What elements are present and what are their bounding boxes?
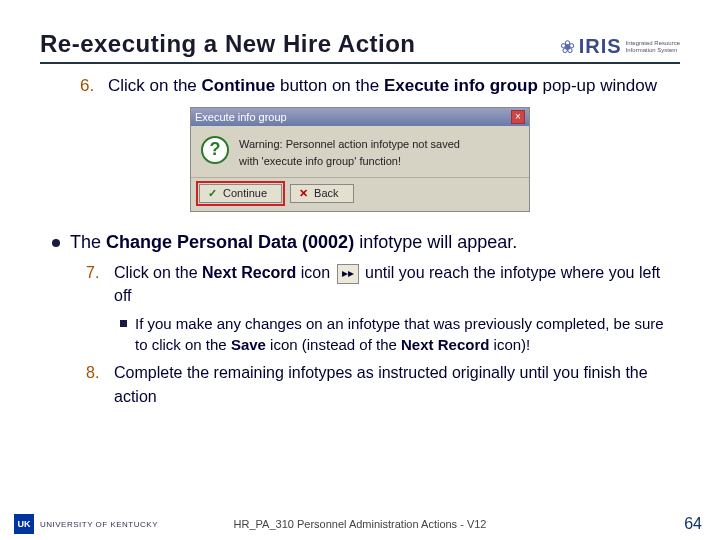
- step-7-text: Click on the Next Record icon ▸▸ until y…: [114, 261, 680, 307]
- back-x-icon: ✕: [299, 187, 308, 200]
- question-icon: ?: [201, 136, 229, 164]
- step-7: 7. Click on the Next Record icon ▸▸ unti…: [86, 261, 680, 307]
- uk-box: UK: [14, 514, 34, 534]
- next-record-icon[interactable]: ▸▸: [337, 264, 359, 284]
- step-6: 6. Click on the Continue button on the E…: [80, 74, 680, 99]
- step-6-text: Click on the Continue button on the Exec…: [108, 74, 657, 99]
- back-label: Back: [314, 187, 338, 199]
- iris-sub2: Information System: [626, 47, 680, 54]
- footer: UK UNIVERSITY OF KENTUCKY HR_PA_310 Pers…: [0, 510, 720, 540]
- close-icon[interactable]: ×: [511, 110, 525, 124]
- popup-message: Warning: Personnel action infotype not s…: [239, 136, 460, 171]
- uk-name: UNIVERSITY OF KENTUCKY: [40, 520, 158, 529]
- page-number: 64: [684, 515, 702, 533]
- continue-label: Continue: [223, 187, 267, 199]
- bullet-dot: [52, 239, 60, 247]
- iris-icon: ❀: [560, 36, 575, 58]
- step-8-num: 8.: [86, 361, 104, 407]
- iris-text: IRIS: [579, 35, 622, 58]
- popup-titlebar: Execute info group ×: [191, 108, 529, 126]
- step-7-num: 7.: [86, 261, 104, 307]
- check-icon: ✓: [208, 187, 217, 200]
- popup-title: Execute info group: [195, 111, 287, 123]
- continue-button[interactable]: ✓ Continue: [199, 184, 282, 203]
- execute-info-group-popup: Execute info group × ? Warning: Personne…: [190, 107, 530, 212]
- iris-sub1: Integrated Resource: [626, 40, 680, 47]
- page-title: Re-executing a New Hire Action: [40, 30, 416, 58]
- step-8: 8. Complete the remaining infotypes as i…: [86, 361, 680, 407]
- square-bullet: [120, 320, 127, 327]
- footer-doc-id: HR_PA_310 Personnel Administration Actio…: [234, 518, 487, 530]
- header: Re-executing a New Hire Action ❀ IRIS In…: [40, 30, 680, 64]
- bullet-change-personal-data: The Change Personal Data (0002) infotype…: [52, 230, 680, 255]
- save-note: If you make any changes on an infotype t…: [120, 313, 680, 355]
- step-6-num: 6.: [80, 74, 98, 99]
- iris-logo: ❀ IRIS Integrated Resource Information S…: [560, 35, 680, 58]
- back-button[interactable]: ✕ Back: [290, 184, 353, 203]
- step-8-text: Complete the remaining infotypes as inst…: [114, 361, 680, 407]
- uk-logo: UK UNIVERSITY OF KENTUCKY: [14, 514, 158, 534]
